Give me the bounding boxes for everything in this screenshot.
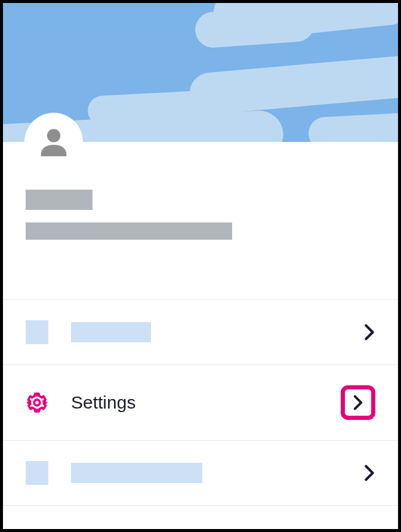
chevron-right-icon (363, 324, 375, 341)
person-icon (35, 123, 73, 161)
menu-item-settings[interactable]: Settings (3, 364, 398, 440)
menu-item-placeholder[interactable] (3, 440, 398, 506)
chevron-right-icon (363, 465, 375, 481)
profile-description-placeholder (26, 222, 232, 240)
menu-label-settings: Settings (71, 392, 135, 413)
menu-icon-placeholder (26, 320, 48, 344)
menu-label-placeholder (71, 322, 151, 342)
settings-chevron-button[interactable] (341, 385, 375, 420)
avatar[interactable] (24, 113, 83, 171)
menu-item-placeholder[interactable] (3, 299, 398, 364)
chevron-right-icon (353, 395, 363, 410)
menu-list: Settings (3, 299, 398, 506)
cloud-shape (308, 112, 398, 142)
gear-icon (26, 391, 48, 414)
svg-point-1 (34, 400, 40, 406)
profile-name-placeholder (26, 190, 92, 210)
cloud-shape (194, 5, 316, 49)
menu-label-placeholder (71, 463, 202, 483)
svg-point-0 (47, 129, 60, 142)
chevron-highlight-box (341, 385, 375, 420)
menu-icon-placeholder (26, 461, 48, 485)
